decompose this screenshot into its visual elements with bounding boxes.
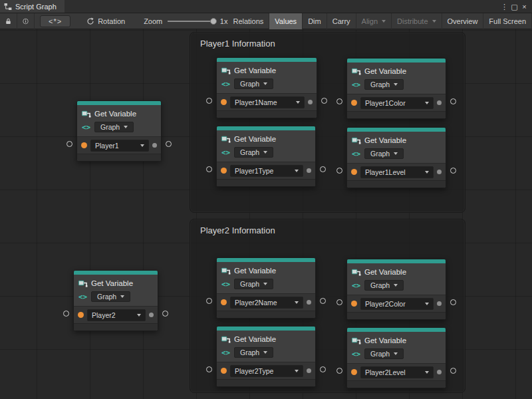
output-port[interactable] [321,98,327,104]
scope-dropdown[interactable]: Graph [364,348,404,359]
dim-button[interactable]: Dim [303,13,327,29]
variable-icon [78,279,88,289]
value-input-dot[interactable] [221,299,227,305]
node-head: Get Variable <> Graph [74,275,158,306]
graph-canvas[interactable]: Player1 Information Player2 Information … [0,29,532,399]
scope-dropdown[interactable]: Graph [234,279,273,289]
zoom-slider[interactable] [168,17,215,25]
value-input-dot[interactable] [221,99,227,105]
get-variable-node-player1type[interactable]: Get Variable <> Graph Player1Type [216,126,316,187]
node-footer [74,323,158,331]
lock-button[interactable] [0,13,17,29]
variable-dropdown[interactable]: Player2Type [230,365,303,377]
input-port[interactable] [336,368,342,374]
output-port[interactable] [166,141,172,147]
get-variable-node-player2level[interactable]: Get Variable <> Graph Player2Level [346,327,446,388]
variable-dropdown[interactable]: Player1Color [360,97,434,109]
input-port[interactable] [63,311,69,317]
scope-dropdown[interactable]: Graph [91,291,130,302]
variable-dropdown[interactable]: Player2Level [360,366,434,378]
carry-button[interactable]: Carry [327,13,356,29]
code-icon: <> [221,280,231,289]
align-dropdown[interactable]: Align [356,13,392,29]
value-input-dot[interactable] [351,100,357,106]
scope-dropdown[interactable]: Graph [94,122,134,132]
node-head: Get Variable <> Graph [77,105,161,136]
get-variable-node-player2color[interactable]: Get Variable <> Graph Player2Color [346,259,446,320]
values-button[interactable]: Values [269,13,303,29]
value-input-dot[interactable] [351,169,357,175]
output-port[interactable] [450,168,456,174]
output-port[interactable] [320,366,326,372]
output-port[interactable] [320,298,326,304]
output-port[interactable] [450,98,456,104]
maximize-icon[interactable]: ▢ [509,0,519,13]
value-input-dot[interactable] [78,312,84,318]
get-variable-node-player2[interactable]: Get Variable <> Graph Player2 [73,270,158,331]
input-port[interactable] [66,141,72,147]
get-variable-node-player1color[interactable]: Get Variable <> Graph Player1Color [346,58,446,119]
variable-name: Player1Level [365,168,406,176]
output-port[interactable] [450,299,456,305]
tab-script-graph[interactable]: Script Graph [0,0,65,13]
variable-dropdown[interactable]: Player2Name [230,297,303,309]
scope-dropdown[interactable]: Graph [234,147,273,158]
value-input-dot[interactable] [351,301,357,307]
variable-icon [221,266,231,276]
info-icon [23,17,29,25]
fullscreen-button[interactable]: Full Screen [483,13,532,29]
input-port[interactable] [336,98,342,104]
scope-dropdown[interactable]: Graph [234,347,273,358]
value-input-dot[interactable] [351,369,357,375]
input-port[interactable] [206,298,212,304]
overview-button[interactable]: Overview [442,13,484,29]
code-icon: <> [221,80,231,88]
distribute-label: Distribute [397,17,428,25]
variable-dropdown[interactable]: Player1 [90,140,149,152]
graph-icon [4,3,12,11]
node-title: Get Variable [234,267,276,275]
relations-button[interactable]: Relations [227,13,269,29]
scope-dropdown[interactable]: Graph [364,280,404,291]
input-port[interactable] [336,168,342,174]
zoom-slider-knob[interactable] [210,18,217,25]
code-icon: <> [351,150,361,158]
chevron-down-icon [120,295,124,298]
input-port[interactable] [206,98,212,104]
window-menu-icon[interactable]: ⋮ [499,0,509,13]
input-port[interactable] [336,299,342,305]
scope-dropdown[interactable]: Graph [364,148,404,159]
port-row: Player1Color [347,94,446,111]
rotation-control[interactable]: Rotation [86,17,125,25]
code-preview-toggle[interactable]: <*> [40,15,70,27]
get-variable-node-player2type[interactable]: Get Variable <> Graph Player2Type [216,326,316,387]
output-port[interactable] [450,368,456,374]
input-port[interactable] [206,366,212,372]
scope-label: Graph [370,281,390,289]
value-input-dot[interactable] [81,142,87,148]
output-port[interactable] [162,311,168,317]
variable-dropdown[interactable]: Player2Color [360,298,434,310]
output-port[interactable] [320,166,326,172]
distribute-dropdown[interactable]: Distribute [392,13,442,29]
info-button[interactable] [17,13,35,29]
variable-dropdown[interactable]: Player2 [87,309,146,321]
variable-name: Player1Name [235,98,277,106]
chevron-down-icon [295,301,299,304]
variable-dropdown[interactable]: Player1Level [360,166,434,178]
close-icon[interactable]: × [519,0,529,13]
get-variable-node-player1[interactable]: Get Variable <> Graph Player1 [76,100,162,162]
input-port[interactable] [206,166,212,172]
scope-dropdown[interactable]: Graph [234,78,273,89]
code-icon: <> [221,148,231,157]
value-input-dot[interactable] [221,168,227,174]
scope-dropdown[interactable]: Graph [364,79,404,90]
default-value-dot [437,370,442,374]
value-input-dot[interactable] [221,368,227,374]
get-variable-node-player1level[interactable]: Get Variable <> Graph Player1Level [346,127,446,188]
node-footer [347,180,446,188]
variable-dropdown[interactable]: Player1Type [230,165,303,177]
get-variable-node-player1name[interactable]: Get Variable <> Graph Player1Name [216,57,317,118]
variable-dropdown[interactable]: Player1Name [230,96,305,108]
get-variable-node-player2name[interactable]: Get Variable <> Graph Player2Name [216,257,316,319]
